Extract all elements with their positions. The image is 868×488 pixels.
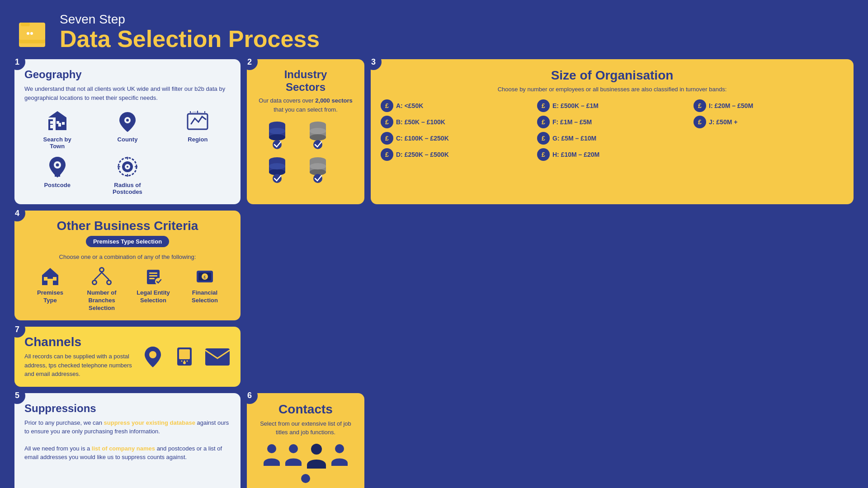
contacts-title: Contacts xyxy=(257,402,354,417)
size-band-a: £ A: <£50K xyxy=(381,99,531,112)
location-pin-icon xyxy=(141,345,165,368)
svg-point-78 xyxy=(181,361,183,362)
pound-icon-b: £ xyxy=(381,116,393,128)
pound-icon-h: £ xyxy=(537,148,550,161)
pound-icon-d: £ xyxy=(381,148,393,161)
town-label: Search byTown xyxy=(43,136,71,150)
pound-icon-g: £ xyxy=(537,132,550,145)
geography-title: Geography xyxy=(24,68,231,81)
legal-entity-label: Legal EntitySelection xyxy=(137,289,170,305)
svg-point-77 xyxy=(183,361,186,364)
svg-point-64 xyxy=(100,268,103,271)
channels-icons-row xyxy=(141,345,231,368)
premises-type-badge: Premises Type Selection xyxy=(86,236,169,247)
channels-card: 7 Channels All records can be supplied w… xyxy=(14,327,241,387)
step-6-badge: 6 xyxy=(241,388,258,404)
svg-rect-12 xyxy=(50,125,53,128)
other-entity-item: Legal EntitySelection xyxy=(127,265,179,305)
size-card: 3 Size of Organisation Choose by number … xyxy=(371,59,854,204)
other-business-subtitle: Choose one or a combination of any of th… xyxy=(24,253,231,260)
contacts-person-icons xyxy=(257,442,354,488)
geo-item-radius: Radius ofPostcodes xyxy=(94,154,160,195)
svg-rect-55 xyxy=(44,277,47,281)
step-1-badge: 1 xyxy=(9,54,25,70)
radius-label: Radius ofPostcodes xyxy=(113,182,142,195)
contacts-card: 6 Contacts Select from our extensive lis… xyxy=(247,393,364,488)
telephone-icon xyxy=(173,345,196,368)
radius-icon xyxy=(114,154,141,179)
geo-item-county: County xyxy=(94,108,160,150)
svg-point-51 xyxy=(301,474,310,483)
geo-item-town: Search byTown xyxy=(24,108,90,150)
channels-title: Channels xyxy=(24,335,132,349)
header-icon xyxy=(14,16,51,48)
header-title: Data Selection Process xyxy=(60,27,320,52)
svg-text:£: £ xyxy=(203,275,206,279)
financial-label: FinancialSelection xyxy=(192,289,218,305)
size-band-e: £ E: £500K – £1M xyxy=(537,99,687,112)
database-icons xyxy=(257,118,354,152)
pound-icon-i: £ xyxy=(693,99,706,112)
svg-rect-13 xyxy=(57,121,59,124)
svg-line-60 xyxy=(94,272,102,280)
premises-type-label: PremisesType xyxy=(37,289,63,305)
financial-icon: £ xyxy=(195,265,215,287)
svg-rect-3 xyxy=(21,23,30,26)
size-band-i: £ I: £20M – £50M xyxy=(693,99,844,112)
postcode-icon xyxy=(44,154,71,179)
right-bottom-column: 4 Other Business Criteria Premises Type … xyxy=(14,211,241,386)
size-band-c: £ C: £100K – £250K xyxy=(381,132,531,145)
other-business-card: 4 Other Business Criteria Premises Type … xyxy=(14,211,241,320)
svg-point-63 xyxy=(108,281,110,284)
other-business-title: Other Business Criteria xyxy=(24,219,231,233)
svg-rect-56 xyxy=(53,277,57,281)
size-title: Size of Organisation xyxy=(381,68,844,83)
step-2-badge: 2 xyxy=(241,54,258,70)
geography-card: 1 Geography We understand that not all c… xyxy=(14,59,241,204)
svg-rect-68 xyxy=(149,278,155,279)
svg-rect-54 xyxy=(47,279,53,285)
svg-point-80 xyxy=(187,361,188,362)
svg-point-62 xyxy=(93,281,96,284)
county-icon xyxy=(114,108,141,133)
svg-rect-10 xyxy=(62,122,65,125)
geography-description: We understand that not all clients work … xyxy=(24,84,231,102)
svg-line-61 xyxy=(102,272,109,280)
size-band-h: £ H: £10M – £20M xyxy=(537,148,687,161)
industry-title: IndustrySectors xyxy=(257,68,354,94)
premises-type-icon xyxy=(40,265,60,287)
channels-text-block: Channels All records can be supplied wit… xyxy=(24,335,132,379)
county-label: County xyxy=(118,136,138,143)
step-3-badge: 3 xyxy=(365,54,382,70)
header-subtitle: Seven Step xyxy=(60,13,320,27)
region-label: Region xyxy=(188,136,208,143)
svg-point-18 xyxy=(56,163,59,166)
postcode-label: Postcode xyxy=(44,182,71,188)
svg-point-34 xyxy=(310,134,326,141)
size-band-g: £ G: £5M – £10M xyxy=(537,132,687,145)
pound-icon-f: £ xyxy=(537,116,550,128)
pound-icon-j: £ xyxy=(693,116,706,128)
other-premises-item: PremisesType xyxy=(24,265,76,305)
svg-marker-53 xyxy=(42,268,58,275)
svg-point-49 xyxy=(311,444,322,455)
svg-point-29 xyxy=(269,134,285,141)
branches-label: Number ofBranchesSelection xyxy=(87,289,117,312)
step-7-badge: 7 xyxy=(9,321,25,338)
database-icons-2 xyxy=(257,155,354,184)
size-band-d: £ D: £250K – £500K xyxy=(381,148,531,161)
pound-icon-c: £ xyxy=(381,132,393,145)
region-icon xyxy=(184,108,211,133)
channels-description: All records can be supplied with a posta… xyxy=(24,352,132,379)
contacts-description: Select from our extensive list of job ti… xyxy=(257,419,354,437)
suppressions-card: 5 Suppressions Prior to any purchase, we… xyxy=(14,393,241,488)
svg-point-40 xyxy=(269,163,285,169)
email-icon xyxy=(204,346,231,367)
suppressions-text-2: All we need from you is a list of compan… xyxy=(24,444,231,462)
size-band-b: £ B: £50K – £100K xyxy=(381,116,531,128)
svg-point-22 xyxy=(127,166,128,168)
geo-item-postcode: Postcode xyxy=(24,154,90,195)
svg-rect-67 xyxy=(149,275,157,277)
svg-rect-66 xyxy=(149,272,157,274)
branches-icon xyxy=(91,265,113,287)
